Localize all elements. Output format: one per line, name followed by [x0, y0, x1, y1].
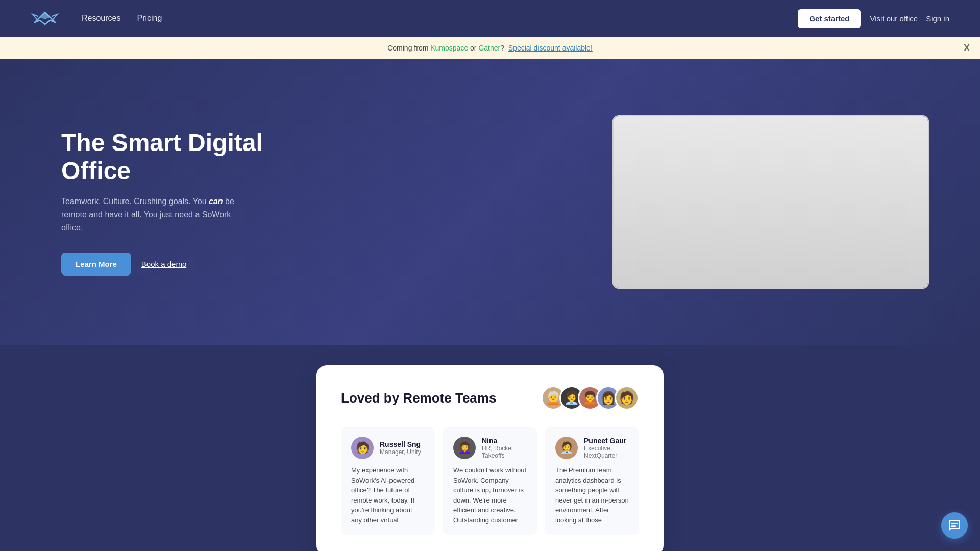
hero-section: The Smart Digital Office Teamwork. Cultu…	[0, 59, 980, 345]
person-title-2: HR, Rocket Takeoffs	[482, 445, 527, 459]
person-info-3: Puneet Gaur Executive, NextQuarter	[584, 437, 629, 459]
chat-support-button[interactable]	[941, 512, 968, 539]
sign-in-link[interactable]: Sign in	[926, 14, 949, 23]
testimonials-section: Loved by Remote Teams 🧑‍🦳 🧑‍💼 🧑‍🦱 👩 🧑 🧑 …	[0, 345, 980, 551]
testimonial-person-3: 🧑‍💼 Puneet Gaur Executive, NextQuarter	[555, 437, 629, 459]
person-info-1: Russell Sng Manager, Unity	[380, 440, 421, 456]
testimonial-card-2: 👩‍🦱 Nina HR, Rocket Takeoffs We couldn't…	[443, 427, 537, 535]
avatar-5: 🧑	[615, 386, 639, 410]
get-started-button[interactable]: Get started	[797, 8, 862, 29]
testimonial-person-2: 👩‍🦱 Nina HR, Rocket Takeoffs	[453, 437, 527, 459]
nav-links: Resources Pricing	[76, 10, 168, 27]
discount-link[interactable]: Special discount available!	[508, 44, 593, 52]
person-avatar-2: 👩‍🦱	[453, 437, 476, 459]
avatar-stack: 🧑‍🦳 🧑‍💼 🧑‍🦱 👩 🧑	[541, 386, 639, 410]
testimonial-person-1: 🧑 Russell Sng Manager, Unity	[351, 437, 425, 459]
learn-more-button[interactable]: Learn More	[61, 253, 131, 276]
hero-video-placeholder	[614, 116, 928, 288]
nav-right: Get started Visit our office Sign in	[797, 8, 949, 29]
hero-actions: Learn More Book a demo	[61, 253, 306, 276]
hero-subtitle: Teamwork. Culture. Crushing goals. You c…	[61, 195, 245, 234]
nav-resources-link[interactable]: Resources	[76, 10, 127, 27]
testimonial-text-2: We couldn't work without SoWork. Company…	[453, 465, 527, 525]
person-name-3: Puneet Gaur	[584, 437, 629, 445]
testimonial-card-3: 🧑‍💼 Puneet Gaur Executive, NextQuarter T…	[545, 427, 639, 535]
person-info-2: Nina HR, Rocket Takeoffs	[482, 437, 527, 459]
testimonials-card: Loved by Remote Teams 🧑‍🦳 🧑‍💼 🧑‍🦱 👩 🧑 🧑 …	[316, 365, 664, 551]
nav-pricing-link[interactable]: Pricing	[131, 10, 168, 27]
visit-office-link[interactable]: Visit our office	[870, 14, 918, 23]
person-avatar-1: 🧑	[351, 437, 374, 459]
nav-left: Resources Pricing	[31, 8, 168, 29]
banner-text: Coming from Kumospace or Gather? Special…	[387, 44, 593, 52]
hero-video-preview	[612, 115, 929, 289]
person-name-2: Nina	[482, 437, 527, 445]
person-name-1: Russell Sng	[380, 440, 421, 448]
person-title-3: Executive, NextQuarter	[584, 445, 629, 459]
testimonial-card-1: 🧑 Russell Sng Manager, Unity My experien…	[341, 427, 435, 535]
kumospace-link[interactable]: Kumospace	[430, 44, 468, 52]
person-avatar-3: 🧑‍💼	[555, 437, 578, 459]
logo-icon	[31, 8, 59, 29]
chat-icon	[948, 519, 961, 532]
gather-link[interactable]: Gather	[478, 44, 500, 52]
person-title-1: Manager, Unity	[380, 448, 421, 456]
promo-banner: Coming from Kumospace or Gather? Special…	[0, 37, 980, 59]
testimonials-grid: 🧑 Russell Sng Manager, Unity My experien…	[341, 427, 639, 535]
testimonial-text-1: My experience with SoWork's AI-powered o…	[351, 465, 425, 525]
navbar: Resources Pricing Get started Visit our …	[0, 0, 980, 37]
book-demo-button[interactable]: Book a demo	[141, 260, 186, 268]
hero-text: The Smart Digital Office Teamwork. Cultu…	[61, 129, 306, 276]
banner-close-button[interactable]: X	[964, 43, 970, 54]
testimonial-text-3: The Premium team analytics dashboard is …	[555, 465, 629, 525]
testimonials-header: Loved by Remote Teams 🧑‍🦳 🧑‍💼 🧑‍🦱 👩 🧑	[341, 386, 639, 410]
hero-title: The Smart Digital Office	[61, 129, 306, 185]
logo[interactable]	[31, 8, 59, 29]
testimonials-title: Loved by Remote Teams	[341, 390, 496, 406]
